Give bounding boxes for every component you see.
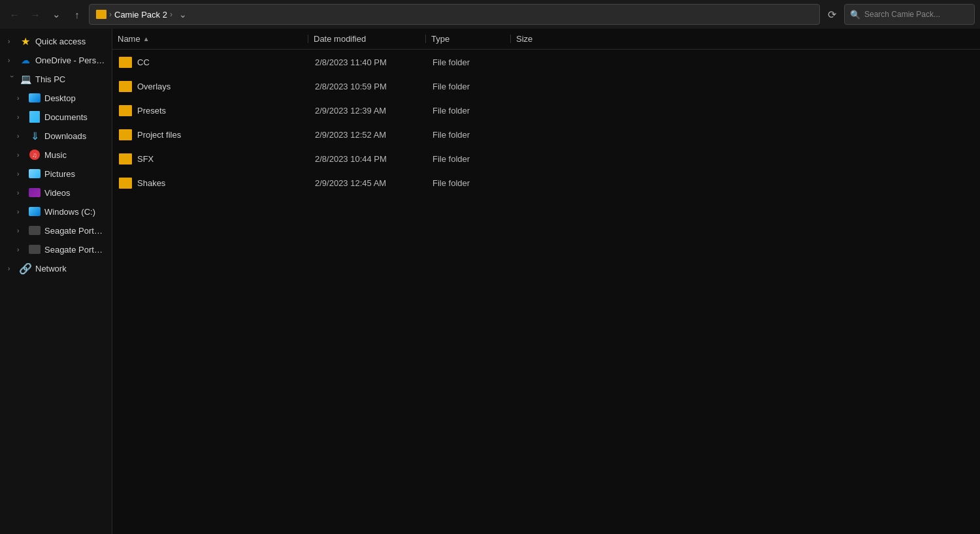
- documents-icon: [29, 111, 40, 123]
- chevron-icon: ›: [17, 95, 25, 102]
- file-name-cell: CC: [114, 57, 310, 68]
- star-icon: ★: [21, 35, 30, 48]
- table-row[interactable]: SFX 2/8/2023 10:44 PM File folder: [114, 147, 979, 170]
- col-header-size[interactable]: Size: [511, 31, 589, 46]
- col-header-date[interactable]: Date modified: [308, 31, 426, 46]
- file-date-cell: 2/8/2023 10:44 PM: [310, 154, 427, 164]
- sidebar-item-network[interactable]: ›🔗Network: [3, 259, 109, 277]
- sidebar: ›★Quick access›☁OneDrive - Personal›💻Thi…: [0, 29, 112, 534]
- sidebar-item-videos[interactable]: ›Videos: [3, 183, 109, 202]
- sidebar-item-label-seagate-2: Seagate Portable Driv...: [44, 245, 105, 255]
- network-icon: 🔗: [19, 262, 32, 275]
- file-date-cell: 2/9/2023 12:52 AM: [310, 130, 427, 140]
- sidebar-item-desktop[interactable]: ›Desktop: [3, 89, 109, 107]
- file-name: Presets: [137, 106, 166, 116]
- sidebar-item-windows-c[interactable]: ›Windows (C:): [3, 202, 109, 221]
- sidebar-item-seagate-1[interactable]: ›Seagate Portable Dr...: [3, 221, 109, 240]
- file-date: 2/9/2023 12:39 AM: [315, 106, 386, 116]
- file-name-cell: Presets: [114, 105, 310, 116]
- table-row[interactable]: Overlays 2/8/2023 10:59 PM File folder: [114, 74, 979, 98]
- chevron-icon: ›: [8, 57, 16, 64]
- desktop-icon: [29, 93, 41, 102]
- sidebar-item-pictures[interactable]: ›Pictures: [3, 165, 109, 183]
- file-type-cell: File folder: [427, 130, 512, 140]
- table-row[interactable]: CC 2/8/2023 11:40 PM File folder: [114, 50, 979, 74]
- address-bar[interactable]: › Camie Pack 2 › ⌄: [89, 4, 820, 25]
- chevron-icon: ›: [17, 114, 25, 121]
- chevron-icon: ›: [17, 208, 25, 215]
- chevron-icon: ›: [8, 265, 16, 272]
- sidebar-item-quick-access[interactable]: ›★Quick access: [3, 32, 109, 50]
- file-date-cell: 2/8/2023 10:59 PM: [310, 82, 427, 91]
- refresh-button[interactable]: ⟳: [823, 6, 841, 24]
- drive-icon: [29, 207, 41, 216]
- seagate-icon: [29, 226, 41, 235]
- sidebar-item-label-music: Music: [44, 150, 67, 160]
- chevron-icon: ›: [17, 170, 25, 178]
- sidebar-item-label-seagate-1: Seagate Portable Dr...: [44, 226, 105, 236]
- file-type: File folder: [433, 130, 470, 140]
- file-name: Shakes: [137, 178, 165, 188]
- search-box[interactable]: 🔍 Search Camie Pack...: [844, 4, 975, 25]
- videos-icon: [29, 188, 41, 197]
- col-header-name[interactable]: Name ▲: [112, 31, 308, 46]
- file-name: SFX: [137, 154, 154, 164]
- address-dropdown-button[interactable]: ⌄: [175, 8, 191, 21]
- search-icon: 🔍: [850, 10, 860, 20]
- sort-arrow-name: ▲: [143, 35, 150, 42]
- file-date: 2/9/2023 12:45 AM: [315, 178, 386, 188]
- sidebar-item-label-windows-c: Windows (C:): [44, 207, 95, 217]
- file-name: Overlays: [137, 82, 171, 91]
- file-date: 2/8/2023 11:40 PM: [315, 57, 387, 67]
- file-name-cell: SFX: [114, 153, 310, 165]
- table-row[interactable]: Presets 2/9/2023 12:39 AM File folder: [114, 99, 979, 122]
- recent-button[interactable]: ⌄: [47, 5, 65, 24]
- downloads-icon: ⇓: [31, 130, 39, 142]
- col-header-type[interactable]: Type: [426, 31, 511, 46]
- top-bar: ← → ⌄ ↑ › Camie Pack 2 › ⌄ ⟳ 🔍 Search Ca…: [0, 0, 980, 29]
- sidebar-item-label-onedrive-personal: OneDrive - Personal: [35, 55, 105, 65]
- sidebar-item-onedrive-personal[interactable]: ›☁OneDrive - Personal: [3, 51, 109, 69]
- file-type: File folder: [433, 154, 470, 164]
- file-date-cell: 2/9/2023 12:39 AM: [310, 106, 427, 116]
- file-date: 2/9/2023 12:52 AM: [315, 130, 386, 140]
- sidebar-item-this-pc[interactable]: ›💻This PC: [3, 70, 109, 88]
- file-date-cell: 2/8/2023 11:40 PM: [310, 57, 427, 67]
- back-button[interactable]: ←: [5, 5, 24, 24]
- folder-icon: [119, 105, 132, 116]
- sidebar-item-downloads[interactable]: ›⇓Downloads: [3, 127, 109, 145]
- file-date: 2/8/2023 10:44 PM: [315, 154, 387, 164]
- sidebar-item-label-downloads: Downloads: [44, 131, 86, 141]
- sidebar-item-label-network: Network: [35, 264, 67, 274]
- file-type: File folder: [433, 82, 470, 91]
- file-name: Project files: [137, 130, 181, 140]
- sidebar-item-documents[interactable]: ›Documents: [3, 108, 109, 126]
- sidebar-item-music[interactable]: ›♫Music: [3, 146, 109, 164]
- table-row[interactable]: Project files 2/9/2023 12:52 AM File fol…: [114, 123, 979, 146]
- folder-icon: [119, 129, 132, 140]
- chevron-icon: ›: [17, 133, 25, 140]
- forward-button[interactable]: →: [26, 5, 44, 24]
- table-row[interactable]: Shakes 2/9/2023 12:45 AM File folder: [114, 171, 979, 195]
- file-date: 2/8/2023 10:59 PM: [315, 82, 387, 91]
- file-list: CC 2/8/2023 11:40 PM File folder Overlay…: [112, 50, 980, 195]
- up-button[interactable]: ↑: [68, 5, 86, 24]
- file-type-cell: File folder: [427, 106, 512, 116]
- chevron-icon: ›: [17, 246, 25, 253]
- sidebar-item-label-documents: Documents: [44, 112, 88, 122]
- folder-icon: [119, 153, 132, 165]
- pc-icon: 💻: [20, 74, 31, 84]
- chevron-icon: ›: [8, 38, 16, 45]
- sidebar-item-label-this-pc: This PC: [35, 74, 65, 84]
- file-type-cell: File folder: [427, 57, 512, 67]
- seagate-icon: [29, 245, 41, 254]
- file-name-cell: Overlays: [114, 81, 310, 92]
- cloud-icon: ☁: [21, 55, 30, 65]
- search-placeholder: Search Camie Pack...: [864, 10, 940, 19]
- music-icon: ♫: [29, 149, 40, 160]
- column-headers: Name ▲ Date modified Type Size: [112, 29, 980, 50]
- file-type: File folder: [433, 106, 470, 116]
- file-name-cell: Shakes: [114, 178, 310, 189]
- sidebar-item-seagate-2[interactable]: ›Seagate Portable Driv...: [3, 240, 109, 259]
- sidebar-item-label-videos: Videos: [44, 188, 71, 198]
